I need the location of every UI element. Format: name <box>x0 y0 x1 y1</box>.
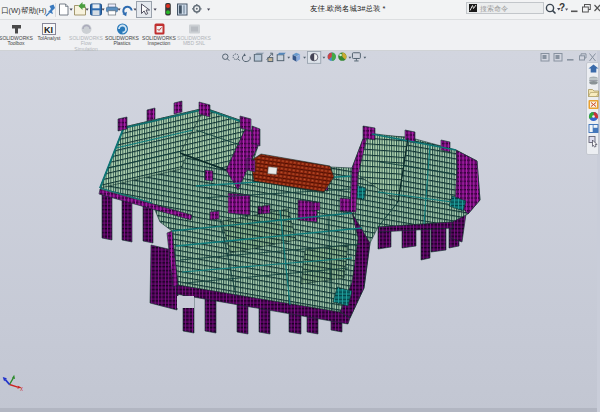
svg-text:KI: KI <box>44 25 53 35</box>
svg-text:X: X <box>20 387 23 392</box>
